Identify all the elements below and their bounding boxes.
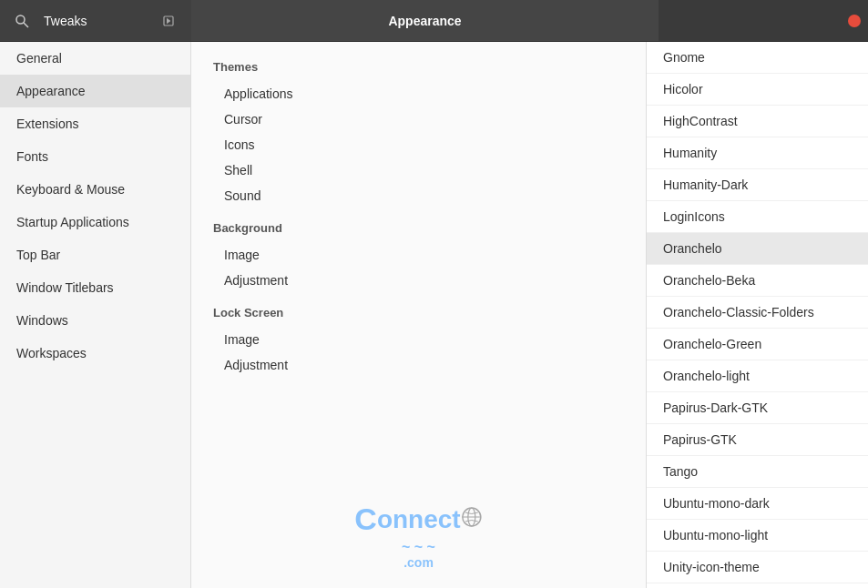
menu-item-ls-image[interactable]: Image <box>213 327 624 352</box>
sidebar-item-keyboard-mouse[interactable]: Keyboard & Mouse <box>0 173 190 206</box>
lock-screen-section-header: Lock Screen <box>213 306 624 319</box>
theme-item-oranchelo-light[interactable]: Oranchelo-light <box>647 360 868 392</box>
theme-item-papirus-dark-gtk[interactable]: Papirus-Dark-GTK <box>647 392 868 424</box>
header-left: Tweaks <box>0 0 191 41</box>
theme-item-gnome[interactable]: Gnome <box>647 42 868 74</box>
command-button[interactable] <box>157 11 180 31</box>
themes-section-header: Themes <box>213 60 624 74</box>
sidebar-item-startup-applications[interactable]: Startup Applications <box>0 206 190 238</box>
sidebar-item-window-titlebars[interactable]: Window Titlebars <box>0 271 190 304</box>
sidebar-item-top-bar[interactable]: Top Bar <box>0 238 190 271</box>
theme-item-ubuntu-mono-light[interactable]: Ubuntu-mono-light <box>647 520 868 552</box>
theme-item-oranchelo-classic-folders[interactable]: Oranchelo-Classic-Folders <box>647 297 868 329</box>
theme-item-tango[interactable]: Tango <box>647 456 868 488</box>
theme-item-humanity-dark[interactable]: Humanity-Dark <box>647 169 868 201</box>
section-title: Appearance <box>388 14 461 28</box>
svg-line-1 <box>24 23 28 27</box>
menu-item-sound[interactable]: Sound <box>213 183 624 208</box>
sidebar-item-extensions[interactable]: Extensions <box>0 107 190 140</box>
app-title: Tweaks <box>44 14 146 28</box>
menu-item-cursor[interactable]: Cursor <box>213 106 624 132</box>
theme-item-yaru[interactable]: Yaru <box>647 583 868 588</box>
menu-item-ls-adjustment[interactable]: Adjustment <box>213 352 624 378</box>
theme-item-hicolor[interactable]: Hicolor <box>647 74 868 106</box>
middle-panel: Themes Applications Cursor Icons Shell S… <box>191 42 647 588</box>
theme-item-ubuntu-mono-dark[interactable]: Ubuntu-mono-dark <box>647 488 868 520</box>
theme-item-humanity[interactable]: Humanity <box>647 137 868 169</box>
sidebar-item-appearance[interactable]: Appearance <box>0 75 190 107</box>
theme-item-oranchelo-beka[interactable]: Oranchelo-Beka <box>647 265 868 297</box>
close-button[interactable] <box>848 15 861 27</box>
sidebar-item-fonts[interactable]: Fonts <box>0 140 190 173</box>
sidebar-item-general[interactable]: General <box>0 42 190 75</box>
theme-item-unity-icon-theme[interactable]: Unity-icon-theme <box>647 552 868 583</box>
sidebar-item-windows[interactable]: Windows <box>0 304 190 337</box>
menu-item-shell[interactable]: Shell <box>213 157 624 183</box>
theme-item-oranchelo-green[interactable]: Oranchelo-Green <box>647 329 868 360</box>
theme-item-loginicons[interactable]: LoginIcons <box>647 201 868 233</box>
svg-point-3 <box>463 508 481 526</box>
header: Tweaks Appearance <box>0 0 868 42</box>
svg-point-4 <box>468 508 475 526</box>
menu-item-applications[interactable]: Applications <box>213 81 624 106</box>
header-center: Appearance <box>191 0 659 41</box>
theme-list-panel: Gnome Hicolor HighContrast Humanity Huma… <box>647 42 868 588</box>
sidebar-item-workspaces[interactable]: Workspaces <box>0 337 190 370</box>
background-section-header: Background <box>213 221 624 235</box>
svg-point-0 <box>16 15 25 24</box>
header-right <box>659 0 868 41</box>
main-layout: General Appearance Extensions Fonts Keyb… <box>0 42 868 588</box>
theme-item-papirus-gtk[interactable]: Papirus-GTK <box>647 424 868 456</box>
watermark: C onnect ~ ~ ~ .com <box>354 502 482 570</box>
theme-item-highcontrast[interactable]: HighContrast <box>647 106 868 137</box>
menu-item-icons[interactable]: Icons <box>213 132 624 157</box>
menu-item-bg-adjustment[interactable]: Adjustment <box>213 268 624 293</box>
menu-item-bg-image[interactable]: Image <box>213 242 624 268</box>
search-button[interactable] <box>11 10 33 32</box>
theme-item-oranchelo[interactable]: Oranchelo <box>647 233 868 265</box>
sidebar: General Appearance Extensions Fonts Keyb… <box>0 42 191 588</box>
